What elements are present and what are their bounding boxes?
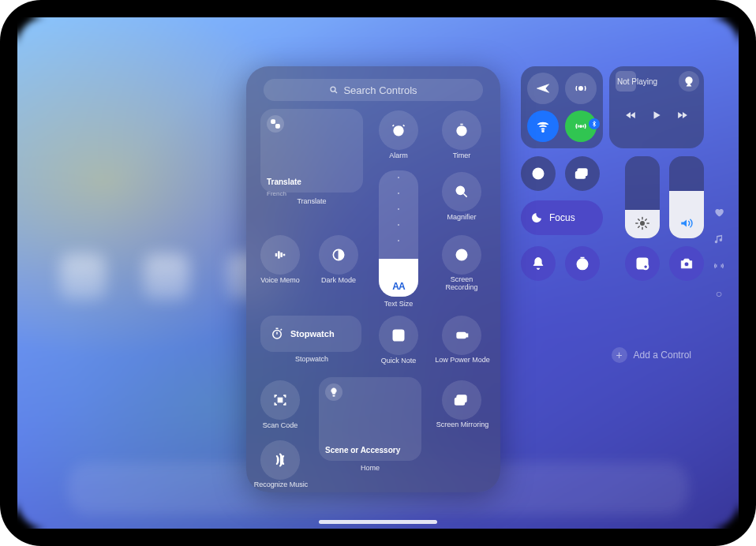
connectivity-page-icon (713, 260, 724, 271)
search-controls-field[interactable]: Search Controls (264, 79, 483, 101)
home-tile-title: Scene or Accessory (325, 446, 400, 454)
low-power-mode-control[interactable] (442, 316, 481, 355)
stopwatch-title: Stopwatch (290, 329, 335, 338)
plus-icon: + (612, 347, 627, 363)
low-power-label: Low Power Mode (432, 357, 492, 365)
screen-recording-control[interactable] (442, 235, 481, 275)
quick-note-control[interactable] (379, 316, 418, 355)
svg-rect-21 (281, 253, 283, 257)
timer-shortcut-button[interactable] (565, 246, 600, 281)
timer-control[interactable] (442, 110, 481, 150)
svg-point-13 (331, 87, 335, 92)
voice-memo-control[interactable] (260, 235, 300, 275)
add-page-icon[interactable]: ○ (716, 287, 722, 300)
svg-rect-32 (455, 398, 465, 405)
scan-code-label: Scan Code (253, 421, 308, 429)
home-indicator[interactable] (319, 520, 437, 524)
wifi-button[interactable] (527, 110, 559, 142)
translate-control-tile[interactable]: Translate French (260, 109, 363, 193)
svg-rect-28 (457, 333, 466, 338)
timer-label: Timer (434, 151, 489, 159)
dark-mode-control[interactable] (319, 235, 358, 275)
heart-icon (713, 207, 724, 218)
screen-recording-label: Screen Recording (434, 276, 489, 292)
search-icon (329, 85, 339, 95)
svg-point-25 (460, 253, 464, 257)
moon-icon (530, 211, 543, 224)
lightbulb-icon (325, 383, 342, 401)
stopwatch-control-tile[interactable]: Stopwatch (260, 316, 361, 352)
connectivity-group[interactable] (521, 66, 603, 148)
add-control-button[interactable]: + Add a Control (612, 347, 691, 363)
control-center-active: Not Playing (521, 66, 704, 319)
text-size-label: Text Size (371, 300, 426, 308)
svg-point-8 (640, 221, 645, 226)
scan-code-control[interactable] (260, 380, 300, 420)
brightness-icon (635, 216, 649, 230)
svg-rect-30 (279, 398, 283, 402)
previous-track-icon[interactable] (623, 110, 638, 121)
magnifier-label: Magnifier (434, 213, 489, 221)
music-note-icon (713, 234, 724, 245)
airplane-mode-button[interactable] (527, 73, 559, 104)
stopwatch-caption: Stopwatch (284, 355, 339, 363)
ipad-device-frame: Not Playing (0, 0, 756, 546)
text-size-control[interactable]: AA (379, 170, 418, 297)
focus-button[interactable]: Focus (521, 200, 603, 235)
screen-mirroring-control[interactable] (442, 380, 481, 420)
alarm-control[interactable] (379, 110, 418, 150)
text-size-glyph: AA (379, 281, 418, 292)
recognize-music-control[interactable] (260, 440, 300, 480)
home-tile-caption: Home (342, 464, 398, 472)
silent-mode-button[interactable] (521, 246, 556, 281)
camera-shortcut-button[interactable] (669, 246, 704, 281)
controls-gallery-panel: Search Controls Translate French Transla… (246, 66, 500, 492)
svg-rect-15 (276, 125, 280, 129)
volume-slider[interactable] (669, 156, 704, 238)
magnifier-control[interactable] (442, 172, 481, 211)
next-track-icon[interactable] (676, 110, 690, 121)
voice-memo-label: Voice Memo (253, 276, 308, 284)
brightness-slider[interactable] (625, 156, 660, 238)
svg-rect-19 (275, 253, 277, 256)
volume-icon (679, 216, 694, 230)
media-artwork (616, 71, 636, 92)
dark-mode-label: Dark Mode (311, 276, 366, 284)
translate-icon (267, 115, 284, 133)
airdrop-button[interactable] (565, 73, 597, 104)
ipad-screen: Not Playing (17, 17, 739, 529)
svg-point-17 (457, 126, 466, 136)
bluetooth-indicator-icon (589, 118, 600, 129)
svg-rect-7 (576, 172, 586, 178)
focus-label: Focus (549, 212, 575, 223)
translate-caption: Translate (284, 197, 339, 205)
svg-rect-20 (279, 252, 280, 258)
play-icon[interactable] (649, 110, 664, 121)
svg-point-12 (684, 262, 689, 267)
svg-point-0 (579, 87, 583, 91)
stopwatch-icon (270, 327, 284, 341)
translate-title: Translate (267, 178, 301, 186)
airplay-audio-button[interactable] (679, 71, 699, 92)
screen-mirroring-button[interactable] (565, 156, 600, 191)
quick-note-label: Quick Note (371, 357, 426, 365)
translate-subtitle: French (267, 190, 286, 197)
svg-point-1 (542, 130, 544, 132)
screen-mirroring-label: Screen Mirroring (432, 421, 492, 429)
add-control-label: Add a Control (634, 350, 691, 361)
recognize-music-label: Recognize Music (251, 481, 311, 489)
home-control-tile[interactable]: Scene or Accessory (319, 377, 421, 461)
rotation-lock-button[interactable] (521, 156, 556, 191)
svg-point-2 (580, 125, 582, 127)
search-placeholder: Search Controls (343, 84, 417, 96)
svg-rect-22 (283, 254, 285, 256)
svg-rect-29 (466, 334, 468, 336)
alarm-label: Alarm (371, 151, 426, 159)
now-playing-module[interactable]: Not Playing (609, 66, 704, 148)
notes-shortcut-button[interactable] (625, 246, 660, 281)
control-center-page-rail[interactable]: ○ (713, 207, 724, 300)
